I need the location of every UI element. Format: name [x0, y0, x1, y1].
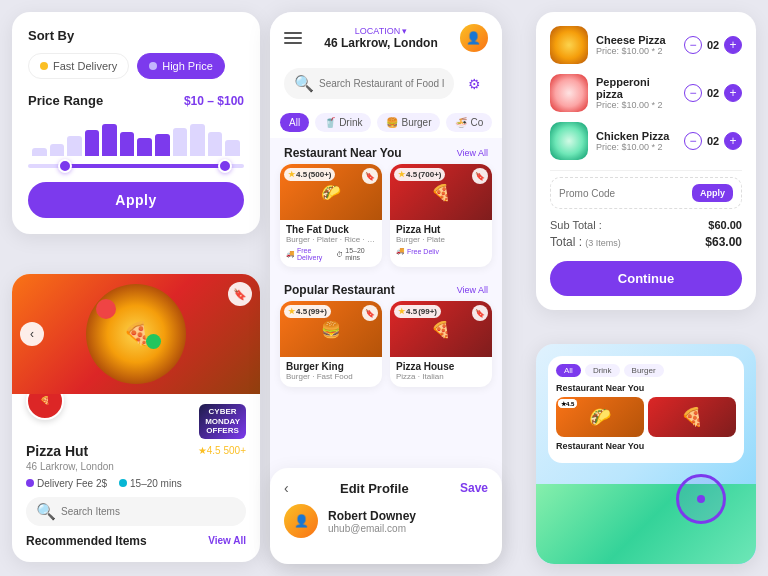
- popular-card-1[interactable]: 🍔 ★4.5 (99+) 🔖 Burger King Burger · Fast…: [280, 301, 382, 387]
- popular-view-all[interactable]: View All: [457, 285, 488, 295]
- bar-6: [120, 132, 135, 156]
- map-circle: [676, 474, 726, 524]
- pizza-emoji: 🍕: [86, 284, 186, 384]
- promo-code-input[interactable]: [559, 188, 686, 199]
- rating-badge: ★4.5 500+: [198, 445, 246, 456]
- user-avatar[interactable]: 👤: [460, 24, 488, 52]
- popular-card-1-bookmark[interactable]: 🔖: [362, 305, 378, 321]
- delivery-fee-info: Delivery Fee 2$: [26, 478, 107, 489]
- filter-panel: Sort By Fast Delivery High Price Price R…: [12, 12, 260, 234]
- pepperoni-pizza-qty: 02: [706, 87, 720, 99]
- fat-duck-categories: Burger · Plater · Rice · Chickens: [286, 235, 376, 244]
- cyber-badge: CYBERMONDAYOFFERS: [199, 404, 246, 439]
- fat-duck-info: The Fat Duck Burger · Plater · Rice · Ch…: [280, 220, 382, 267]
- hamburger-line-1: [284, 32, 302, 34]
- search-items-input[interactable]: [61, 506, 236, 517]
- star-icon-2: ★: [398, 170, 405, 179]
- truck-icon-2: 🚚: [396, 247, 405, 255]
- search-food-input[interactable]: [319, 78, 444, 89]
- range-fill: [60, 164, 222, 168]
- profile-user-name: Robert Downey: [328, 509, 416, 523]
- pizza-hut-review-count: (700+): [418, 170, 441, 179]
- prev-arrow[interactable]: ‹: [20, 322, 44, 346]
- popular-card-2[interactable]: 🍕 ★4.5 (99+) 🔖 Pizza House Pizza · Itali…: [390, 301, 492, 387]
- nearby-view-all[interactable]: View All: [457, 148, 488, 158]
- truck-icon: 🚚: [286, 250, 295, 258]
- restaurant-card-fat-duck[interactable]: 🌮 ★ 4.5 (500+) 🔖 The Fat Duck Burger · P…: [280, 164, 382, 267]
- profile-title: Edit Profile: [340, 481, 409, 496]
- popular-card-1-rating: ★4.5 (99+): [284, 305, 331, 318]
- popular-card-2-bookmark[interactable]: 🔖: [472, 305, 488, 321]
- back-arrow[interactable]: ‹: [284, 480, 289, 496]
- tab-co[interactable]: 🍜 Co: [446, 113, 492, 132]
- range-thumb-left[interactable]: [58, 159, 72, 173]
- tab-all[interactable]: All: [280, 113, 309, 132]
- pizza-hut-bookmark[interactable]: 🔖: [472, 168, 488, 184]
- time-dot: [119, 479, 127, 487]
- price-range-slider[interactable]: [28, 164, 244, 168]
- continue-button[interactable]: Continue: [550, 261, 742, 296]
- chicken-pizza-increment[interactable]: +: [724, 132, 742, 150]
- location-name: 46 Larkrow, London: [324, 36, 438, 50]
- pepperoni-pizza-decrement[interactable]: −: [684, 84, 702, 102]
- save-link[interactable]: Save: [460, 481, 488, 495]
- promo-apply-button[interactable]: Apply: [692, 184, 733, 202]
- delivery-dot: [26, 479, 34, 487]
- subtotal-label: Sub Total :: [550, 219, 602, 231]
- fat-duck-delivery: 🚚 Free Delivery: [286, 247, 332, 261]
- bookmark-icon[interactable]: 🔖: [228, 282, 252, 306]
- chicken-pizza-decrement[interactable]: −: [684, 132, 702, 150]
- bar-10: [190, 124, 205, 156]
- sc-tab-drink[interactable]: Drink: [585, 364, 620, 377]
- chicken-pizza-price: Price: $10.00 * 2: [596, 142, 676, 152]
- cheese-pizza-decrement[interactable]: −: [684, 36, 702, 54]
- pizza-hut-card-info: Pizza Hut Burger · Plate 🚚 Free Deliv: [390, 220, 492, 261]
- subtotal-row: Sub Total : $60.00: [550, 219, 742, 231]
- pizza-hut-card-image: 🍕 ★ 4.5 (700+) 🔖: [390, 164, 492, 220]
- profile-avatar: 👤: [284, 504, 318, 538]
- chicken-pizza-info: Chicken Pizza Price: $10.00 * 2: [596, 130, 676, 152]
- price-range-row: Price Range $10 – $100: [28, 93, 244, 108]
- pepperoni-pizza-price: Price: $10.00 * 2: [596, 100, 676, 110]
- review-count: 500+: [223, 445, 246, 456]
- sc-section-1-title: Restaurant Near You: [556, 383, 736, 393]
- pizza-hut-delivery: 🚚 Free Deliv: [396, 247, 439, 255]
- cheese-pizza-increment[interactable]: +: [724, 36, 742, 54]
- price-range-value: $10 – $100: [184, 94, 244, 108]
- sc-section-2-title: Restaurant Near You: [556, 441, 736, 451]
- chicken-pizza-thumbnail: [550, 122, 588, 160]
- apply-button[interactable]: Apply: [28, 182, 244, 218]
- sc-tab-all[interactable]: All: [556, 364, 581, 377]
- tab-burger[interactable]: 🍔 Burger: [377, 113, 440, 132]
- sort-by-label: Sort By: [28, 28, 244, 43]
- sc-tab-burger[interactable]: Burger: [624, 364, 664, 377]
- order-divider: [550, 170, 742, 171]
- search-box[interactable]: 🔍: [284, 68, 454, 99]
- popular-card-2-info: Pizza House Pizza · Italian: [390, 357, 492, 387]
- fat-duck-bookmark[interactable]: 🔖: [362, 168, 378, 184]
- fast-delivery-btn[interactable]: Fast Delivery: [28, 53, 129, 79]
- pepperoni-pizza-increment[interactable]: +: [724, 84, 742, 102]
- restaurant-address: 46 Larkrow, London: [26, 461, 246, 472]
- nearby-section-title: Restaurant Near You: [284, 146, 402, 160]
- location-chevron: ▾: [402, 26, 407, 36]
- chicken-pizza-name: Chicken Pizza: [596, 130, 676, 142]
- search-items-row[interactable]: 🔍: [26, 497, 246, 526]
- star-icon: ★: [288, 170, 295, 179]
- sc-card-2[interactable]: 🍕 ★4.5: [648, 397, 736, 437]
- order-item-1: Cheese Pizza Price: $10.00 * 2 − 02 +: [550, 26, 742, 64]
- restaurant-name: Pizza Hut: [26, 443, 88, 459]
- fat-duck-review-count: (500+): [308, 170, 331, 179]
- subtotal-value: $60.00: [708, 219, 742, 231]
- screenshot-categories: All Drink Burger: [556, 364, 736, 377]
- total-items-count: (3 Items): [585, 238, 621, 248]
- high-price-btn[interactable]: High Price: [137, 53, 225, 79]
- tab-drink[interactable]: 🥤 Drink: [315, 113, 371, 132]
- filter-icon-button[interactable]: ⚙: [460, 70, 488, 98]
- star-icon-4: ★: [398, 307, 405, 316]
- range-thumb-right[interactable]: [218, 159, 232, 173]
- recommended-view-all[interactable]: View All: [208, 535, 246, 546]
- delivery-time-info: 15–20 mins: [119, 478, 182, 489]
- hamburger-menu[interactable]: [284, 32, 302, 44]
- restaurant-card-pizza-hut[interactable]: 🍕 ★ 4.5 (700+) 🔖 Pizza Hut Burger · Plat…: [390, 164, 492, 267]
